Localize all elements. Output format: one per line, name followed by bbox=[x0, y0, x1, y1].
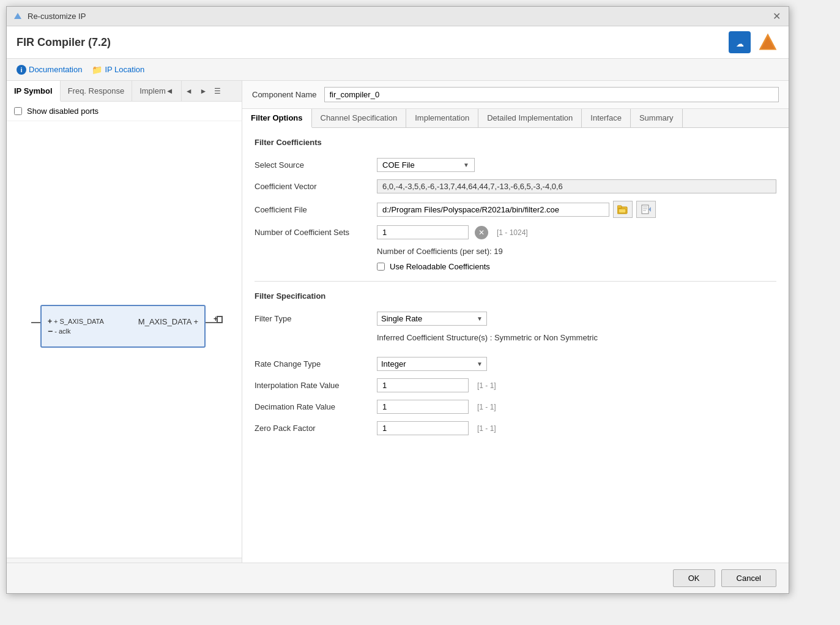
section-divider-1 bbox=[255, 281, 776, 282]
decimation-rate-input[interactable] bbox=[377, 400, 469, 414]
ip-location-label: IP Location bbox=[105, 65, 144, 74]
rate-change-type-arrow: ▼ bbox=[477, 361, 483, 367]
svg-rect-7 bbox=[619, 209, 626, 213]
window-title: Re-customize IP bbox=[28, 12, 86, 21]
right-port-connector bbox=[217, 316, 223, 323]
select-source-dropdown[interactable]: COE File ▼ bbox=[377, 158, 475, 172]
ip-block-bottom-row: − - aclk bbox=[48, 326, 198, 336]
use-reloadable-label: Use Reloadable Coefficients bbox=[390, 262, 490, 271]
use-reloadable-row: Use Reloadable Coefficients bbox=[377, 262, 776, 271]
inferred-structure-label: Inferred Coefficient Structure(s) : Symm… bbox=[377, 333, 598, 342]
num-coeff-sets-row: Number of Coefficient Sets ✕ [1 - 1024] bbox=[255, 225, 776, 239]
component-name-label: Component Name bbox=[252, 90, 317, 99]
config-content: Filter Coefficients Select Source COE Fi… bbox=[242, 128, 789, 563]
app-title: FIR Compiler (7.2) bbox=[17, 36, 111, 49]
component-name-row: Component Name bbox=[242, 81, 789, 109]
info-icon: i bbox=[17, 65, 26, 75]
documentation-label: Documentation bbox=[29, 65, 82, 74]
coefficient-file-row: Coefficient File bbox=[255, 201, 776, 218]
svg-marker-0 bbox=[14, 13, 21, 19]
edit-icon bbox=[641, 204, 652, 214]
tab-menu-button[interactable]: ☰ bbox=[210, 84, 225, 98]
select-source-arrow: ▼ bbox=[463, 162, 469, 168]
coefficient-vector-input[interactable] bbox=[377, 179, 776, 193]
config-tabs: Filter Options Channel Specification Imp… bbox=[242, 109, 789, 128]
aclk-label: - aclk bbox=[54, 327, 70, 335]
coefficient-vector-row: Coefficient Vector bbox=[255, 179, 776, 193]
tab-next-button[interactable]: ► bbox=[196, 84, 211, 98]
dialog-window: Re-customize IP ✕ FIR Compiler (7.2) ☁ i… bbox=[6, 6, 789, 594]
tab-detailed-implementation[interactable]: Detailed Implementation bbox=[478, 109, 582, 127]
coefficient-file-label: Coefficient File bbox=[255, 205, 371, 214]
zero-pack-factor-input[interactable] bbox=[377, 421, 469, 435]
left-panel-bottom bbox=[7, 558, 242, 563]
m-axis-data-label: M_AXIS_DATA + bbox=[138, 317, 198, 326]
mathworks-logo bbox=[757, 31, 779, 53]
edit-file-button[interactable] bbox=[636, 201, 656, 218]
filter-specification-title: Filter Specification bbox=[255, 291, 776, 303]
show-disabled-label: Show disabled ports bbox=[27, 107, 98, 116]
toolbar-bar: i Documentation 📁 IP Location bbox=[7, 59, 789, 81]
filter-type-row: Filter Type Single Rate ▼ bbox=[255, 312, 776, 326]
tab-ip-symbol[interactable]: IP Symbol bbox=[7, 81, 61, 102]
header-bar: FIR Compiler (7.2) ☁ bbox=[7, 26, 789, 59]
interpolation-rate-label: Interpolation Rate Value bbox=[255, 381, 371, 390]
tab-interface[interactable]: Interface bbox=[582, 109, 631, 127]
right-panel: Component Name Filter Options Channel Sp… bbox=[242, 81, 789, 563]
minus-icon: − bbox=[48, 326, 53, 336]
decimation-rate-range: [1 - 1] bbox=[477, 403, 496, 411]
num-coefficients-info: Number of Coefficients (per set): 19 bbox=[377, 247, 776, 256]
inferred-structure-row: Inferred Coefficient Structure(s) : Symm… bbox=[255, 333, 776, 350]
tab-channel-spec[interactable]: Channel Specification bbox=[312, 109, 407, 127]
zero-pack-factor-range: [1 - 1] bbox=[477, 424, 496, 433]
tab-filter-options[interactable]: Filter Options bbox=[242, 109, 312, 128]
select-source-row: Select Source COE File ▼ bbox=[255, 158, 776, 172]
interpolation-rate-row: Interpolation Rate Value [1 - 1] bbox=[255, 378, 776, 392]
ip-symbol-canvas: + + S_AXIS_DATA M_AXIS_DATA + − - aclk bbox=[7, 121, 242, 558]
cancel-button[interactable]: Cancel bbox=[721, 569, 776, 587]
close-button[interactable]: ✕ bbox=[770, 10, 782, 23]
zero-pack-factor-label: Zero Pack Factor bbox=[255, 424, 371, 433]
aclk-port: − - aclk bbox=[48, 326, 70, 336]
ok-button[interactable]: OK bbox=[673, 569, 715, 587]
select-source-label: Select Source bbox=[255, 160, 371, 170]
filter-coefficients-title: Filter Coefficients bbox=[255, 138, 776, 149]
svg-rect-6 bbox=[617, 206, 622, 208]
main-content: IP Symbol Freq. Response Implem◄ ◄ ► ☰ S… bbox=[7, 81, 789, 563]
clear-coeff-sets-button[interactable]: ✕ bbox=[475, 226, 488, 239]
file-row bbox=[377, 201, 656, 218]
svg-text:☁: ☁ bbox=[736, 39, 744, 48]
coefficient-file-input[interactable] bbox=[377, 203, 609, 217]
coefficient-vector-label: Coefficient Vector bbox=[255, 182, 371, 191]
plus-icon-left: + bbox=[48, 317, 52, 326]
ip-location-button[interactable]: 📁 IP Location bbox=[92, 65, 144, 75]
left-port: + + S_AXIS_DATA bbox=[48, 317, 104, 326]
tab-freq-response[interactable]: Freq. Response bbox=[61, 81, 133, 102]
documentation-button[interactable]: i Documentation bbox=[17, 65, 82, 75]
tab-prev-button[interactable]: ◄ bbox=[182, 84, 196, 98]
num-coeff-sets-input[interactable] bbox=[377, 225, 469, 239]
title-bar-left: Re-customize IP bbox=[13, 12, 86, 21]
use-reloadable-checkbox[interactable] bbox=[377, 263, 385, 271]
decimation-rate-label: Decimation Rate Value bbox=[255, 402, 371, 411]
app-icon bbox=[13, 12, 23, 21]
footer-bar: OK Cancel bbox=[7, 563, 789, 593]
num-coeff-sets-label: Number of Coefficient Sets bbox=[255, 228, 371, 237]
show-disabled-checkbox[interactable] bbox=[14, 107, 22, 115]
browse-folder-button[interactable] bbox=[613, 201, 633, 218]
tab-implem[interactable]: Implem◄ bbox=[132, 81, 182, 102]
show-disabled-row: Show disabled ports bbox=[7, 102, 242, 121]
decimation-rate-row: Decimation Rate Value [1 - 1] bbox=[255, 400, 776, 414]
tab-summary[interactable]: Summary bbox=[631, 109, 683, 127]
svg-marker-12 bbox=[649, 207, 651, 212]
folder-icon: 📁 bbox=[92, 65, 102, 75]
zero-pack-factor-row: Zero Pack Factor [1 - 1] bbox=[255, 421, 776, 435]
interpolation-rate-input[interactable] bbox=[377, 378, 469, 392]
component-name-input[interactable] bbox=[324, 87, 779, 102]
interpolation-rate-range: [1 - 1] bbox=[477, 381, 496, 390]
rate-change-type-dropdown[interactable]: Integer ▼ bbox=[377, 357, 487, 371]
filter-type-dropdown[interactable]: Single Rate ▼ bbox=[377, 312, 487, 326]
rate-change-type-row: Rate Change Type Integer ▼ bbox=[255, 357, 776, 371]
tab-implementation[interactable]: Implementation bbox=[406, 109, 478, 127]
filter-type-label: Filter Type bbox=[255, 314, 371, 323]
